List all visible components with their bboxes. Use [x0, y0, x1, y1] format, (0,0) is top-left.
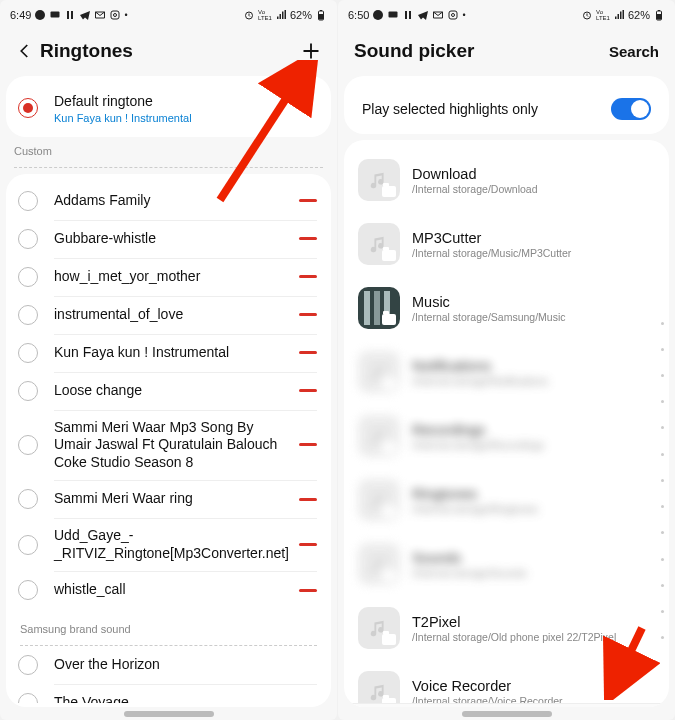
- folder-item[interactable]: T2Pixel /Internal storage/Old phone pixe…: [344, 596, 669, 660]
- radio-icon[interactable]: [18, 343, 38, 363]
- remove-icon[interactable]: [299, 313, 317, 316]
- play-highlights-row[interactable]: Play selected highlights only: [344, 84, 669, 130]
- folder-title: MP3Cutter: [412, 230, 655, 246]
- radio-icon[interactable]: [18, 580, 38, 600]
- svg-point-0: [35, 10, 45, 20]
- pause-icon: [64, 9, 76, 21]
- message-icon: [387, 9, 399, 21]
- folder-path: /Internal storage/Music/MP3Cutter: [412, 247, 655, 259]
- folder-item[interactable]: Music /Internal storage/Samsung/Music: [344, 276, 669, 340]
- ringtone-title: Gubbare-whistle: [54, 230, 291, 248]
- screen-sound-picker: 6:50 • VoLTE1 62% Sound picker Search Pl…: [338, 0, 675, 720]
- index-scroll[interactable]: [658, 310, 666, 651]
- signal-icon: [275, 9, 287, 21]
- remove-icon[interactable]: [299, 589, 317, 592]
- default-card: Default ringtone Kun Faya kun ! Instrume…: [6, 76, 331, 137]
- folder-path: /Internal storage/Samsung/Music: [412, 311, 655, 323]
- folder-item[interactable]: Download /Internal storage/Download: [344, 148, 669, 212]
- custom-list[interactable]: Addams Family Gubbare-whistle how_i_met_…: [6, 182, 331, 704]
- ringtone-item[interactable]: instrumental_of_love: [6, 296, 331, 334]
- instagram-icon: [109, 9, 121, 21]
- ringtone-item[interactable]: Addams Family: [6, 182, 331, 220]
- ringtone-item[interactable]: how_i_met_yor_mother: [6, 258, 331, 296]
- ringtone-item[interactable]: Gubbare-whistle: [6, 220, 331, 258]
- ringtone-item[interactable]: Sammi Meri Waar ring: [6, 480, 331, 518]
- folder-item[interactable]: Voice Recorder /Internal storage/Voice R…: [344, 660, 669, 703]
- svg-rect-18: [657, 14, 661, 20]
- more-icon: •: [124, 10, 127, 20]
- battery-icon: [315, 9, 327, 21]
- section-samsung: Samsung brand sound: [6, 609, 331, 639]
- folder-path: /Internal storage/Old phone pixel 22/T2P…: [412, 631, 655, 643]
- nav-handle[interactable]: [124, 711, 214, 717]
- add-icon[interactable]: [301, 41, 321, 61]
- radio-icon[interactable]: [18, 693, 38, 703]
- remove-icon[interactable]: [299, 275, 317, 278]
- search-button[interactable]: Search: [609, 43, 659, 60]
- ringtone-default[interactable]: Default ringtone Kun Faya kun ! Instrume…: [6, 84, 331, 133]
- folder-item[interactable]: Notifications /Internal storage/Notifica…: [344, 340, 669, 404]
- folder-icon: [358, 351, 400, 393]
- svg-point-10: [373, 10, 383, 20]
- folder-item[interactable]: Recordings /Internal storage/Recordings: [344, 404, 669, 468]
- radio-icon[interactable]: [18, 267, 38, 287]
- svg-rect-8: [319, 14, 323, 20]
- option-card: Play selected highlights only: [344, 76, 669, 134]
- ringtone-item[interactable]: whistle_call: [6, 571, 331, 609]
- radio-icon[interactable]: [18, 381, 38, 401]
- folder-item[interactable]: Ringtones /Internal storage/Ringtones: [344, 468, 669, 532]
- radio-icon[interactable]: [18, 535, 38, 555]
- screen-ringtones: 6:49 • VoLTE1: [0, 0, 337, 720]
- ringtone-item[interactable]: Loose change: [6, 372, 331, 410]
- folder-title: Voice Recorder: [412, 678, 655, 694]
- remove-icon[interactable]: [299, 389, 317, 392]
- radio-icon[interactable]: [18, 229, 38, 249]
- radio-icon[interactable]: [18, 655, 38, 675]
- ringtone-item[interactable]: Sammi Meri Waar Mp3 Song By Umair Jaswal…: [6, 410, 331, 481]
- remove-icon[interactable]: [299, 199, 317, 202]
- ringtone-item[interactable]: Over the Horizon: [6, 646, 331, 684]
- nav-handle[interactable]: [462, 711, 552, 717]
- folder-path: /Internal storage/Download: [412, 183, 655, 195]
- back-icon[interactable]: [16, 42, 34, 60]
- radio-icon[interactable]: [18, 489, 38, 509]
- svg-rect-4: [111, 11, 119, 19]
- alarm-icon: [581, 9, 593, 21]
- folder-item[interactable]: MP3Cutter /Internal storage/Music/MP3Cut…: [344, 212, 669, 276]
- folder-title: Music: [412, 294, 655, 310]
- instagram-icon: [447, 9, 459, 21]
- radio-selected-icon[interactable]: [18, 98, 38, 118]
- folder-title: Sounds: [412, 550, 655, 566]
- volte-icon: VoLTE1: [258, 9, 272, 21]
- folder-title: Ringtones: [412, 486, 655, 502]
- custom-card: Addams Family Gubbare-whistle how_i_met_…: [6, 174, 331, 708]
- ringtone-item[interactable]: Udd_Gaye_-_RITVIZ_Ringtone[Mp3Converter.…: [6, 518, 331, 571]
- folder-list[interactable]: Download /Internal storage/Download MP3C…: [344, 148, 669, 703]
- more-icon: •: [462, 10, 465, 20]
- remove-icon[interactable]: [299, 443, 317, 446]
- svg-rect-9: [320, 10, 322, 11]
- ringtone-title: The Voyage: [54, 694, 317, 703]
- telegram-icon: [79, 9, 91, 21]
- svg-rect-12: [405, 11, 407, 19]
- folder-path: /Internal storage/Ringtones: [412, 503, 655, 515]
- remove-icon[interactable]: [299, 351, 317, 354]
- svg-rect-11: [389, 12, 398, 18]
- ringtone-title: Sammi Meri Waar Mp3 Song By Umair Jaswal…: [54, 419, 291, 472]
- radio-icon[interactable]: [18, 305, 38, 325]
- remove-icon[interactable]: [299, 543, 317, 546]
- remove-icon[interactable]: [299, 498, 317, 501]
- folder-item[interactable]: Sounds /Internal storage/Sounds: [344, 532, 669, 596]
- telegram-icon: [417, 9, 429, 21]
- toggle-on[interactable]: [611, 98, 651, 120]
- option-label: Play selected highlights only: [362, 101, 538, 117]
- folder-icon: [358, 223, 400, 265]
- radio-icon[interactable]: [18, 191, 38, 211]
- folder-icon: [358, 287, 400, 329]
- radio-icon[interactable]: [18, 435, 38, 455]
- ringtone-item[interactable]: The Voyage: [6, 684, 331, 703]
- ringtone-item[interactable]: Kun Faya kun ! Instrumental: [6, 334, 331, 372]
- whatsapp-icon: [372, 9, 384, 21]
- remove-icon[interactable]: [299, 237, 317, 240]
- svg-rect-3: [71, 11, 73, 19]
